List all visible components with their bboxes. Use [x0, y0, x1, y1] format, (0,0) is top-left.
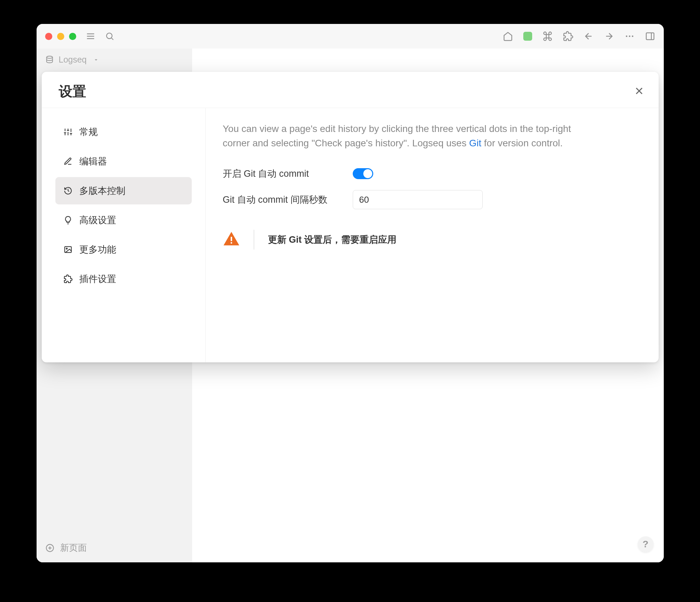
forward-icon[interactable] — [604, 31, 614, 41]
db-name-label: Logseq — [59, 55, 87, 65]
plus-circle-icon — [45, 543, 55, 553]
svg-point-30 — [66, 248, 67, 249]
nav-item-label: 多版本控制 — [79, 185, 125, 197]
sync-status-icon[interactable] — [523, 32, 532, 41]
puzzle-icon — [64, 275, 72, 283]
right-sidebar-icon[interactable] — [645, 31, 655, 41]
db-selector[interactable]: Logseq — [45, 55, 184, 65]
desc-post: for version control. — [481, 138, 563, 148]
settings-content: You can view a page's edit history by cl… — [206, 108, 659, 362]
svg-line-28 — [68, 191, 69, 191]
svg-point-9 — [632, 36, 633, 37]
nav-item-editor[interactable]: 编辑器 — [55, 148, 192, 175]
svg-point-3 — [106, 33, 112, 39]
toolbar-right — [503, 31, 655, 41]
svg-rect-10 — [646, 33, 654, 40]
new-page-label: 新页面 — [60, 542, 87, 554]
auto-commit-toggle[interactable] — [353, 168, 373, 179]
more-icon[interactable] — [624, 31, 635, 41]
warning-box: 更新 Git 设置后，需要重启应用 — [223, 230, 642, 250]
traffic-lights — [45, 33, 76, 40]
maximize-window-button[interactable] — [69, 33, 76, 40]
nav-item-label: 常规 — [79, 126, 98, 138]
app-window: Logseq 新页面 ? 设置 常规 编辑器 — [37, 24, 664, 562]
svg-point-8 — [629, 36, 630, 37]
back-icon[interactable] — [583, 31, 594, 41]
setting-row-auto-commit: 开启 Git 自动 commit — [223, 168, 642, 180]
minimize-window-button[interactable] — [57, 33, 64, 40]
nav-item-version-control[interactable]: 多版本控制 — [55, 177, 192, 204]
lightbulb-icon — [64, 216, 72, 225]
nav-item-label: 编辑器 — [79, 155, 107, 168]
nav-item-advanced[interactable]: 高级设置 — [55, 206, 192, 234]
titlebar — [37, 24, 664, 49]
image-icon — [64, 245, 72, 254]
warning-text: 更新 Git 设置后，需要重启应用 — [268, 233, 397, 246]
svg-rect-31 — [230, 237, 232, 241]
nav-item-label: 更多功能 — [79, 243, 116, 256]
svg-line-4 — [111, 38, 113, 40]
chevron-down-icon — [93, 57, 99, 63]
home-icon[interactable] — [503, 31, 513, 41]
command-icon[interactable] — [542, 31, 553, 41]
database-icon — [45, 55, 54, 64]
svg-point-12 — [46, 56, 52, 58]
history-icon — [64, 186, 72, 195]
svg-rect-32 — [230, 242, 232, 243]
settings-modal: 设置 常规 编辑器 多版本控制 — [42, 72, 659, 362]
auto-commit-label: 开启 Git 自动 commit — [223, 168, 353, 180]
modal-title: 设置 — [59, 82, 86, 101]
sliders-icon — [64, 128, 72, 136]
nav-item-features[interactable]: 更多功能 — [55, 236, 192, 263]
modal-header: 设置 — [42, 72, 659, 108]
edit-icon — [64, 157, 72, 166]
nav-item-label: 插件设置 — [79, 273, 116, 285]
help-button[interactable]: ? — [638, 536, 654, 552]
plugin-icon[interactable] — [563, 31, 573, 41]
nav-item-plugin-settings[interactable]: 插件设置 — [55, 265, 192, 293]
setting-row-interval: Git 自动 commit 间隔秒数 — [223, 190, 642, 209]
close-icon[interactable] — [633, 85, 645, 98]
nav-item-general[interactable]: 常规 — [55, 118, 192, 146]
interval-label: Git 自动 commit 间隔秒数 — [223, 193, 353, 206]
svg-point-7 — [626, 36, 628, 37]
interval-input[interactable] — [353, 190, 483, 209]
nav-item-label: 高级设置 — [79, 214, 116, 226]
settings-nav: 常规 编辑器 多版本控制 高级设置 更多功能 — [42, 108, 206, 362]
new-page-button[interactable]: 新页面 — [45, 542, 87, 554]
menu-icon[interactable] — [86, 31, 95, 41]
warning-divider — [254, 230, 254, 250]
description-text: You can view a page's edit history by cl… — [223, 122, 592, 150]
close-window-button[interactable] — [45, 33, 52, 40]
modal-body: 常规 编辑器 多版本控制 高级设置 更多功能 — [42, 108, 659, 362]
git-link[interactable]: Git — [469, 138, 481, 148]
warning-icon — [223, 230, 240, 249]
search-icon[interactable] — [105, 31, 115, 41]
